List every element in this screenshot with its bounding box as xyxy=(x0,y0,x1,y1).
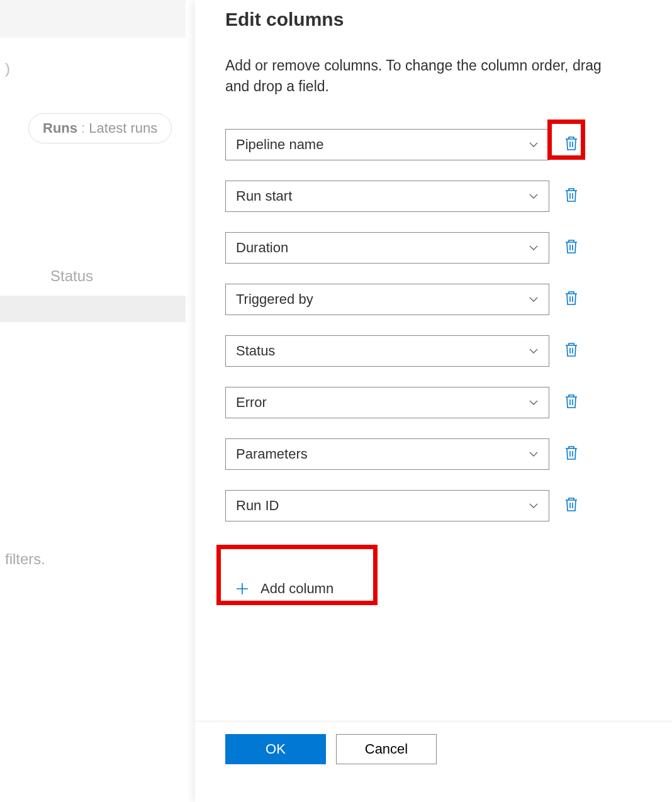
filters-text-fragment: filters. xyxy=(5,550,45,568)
delete-column-button[interactable] xyxy=(562,393,581,412)
background-top-strip xyxy=(0,0,186,38)
column-select-duration[interactable]: Duration xyxy=(225,232,549,264)
edit-columns-panel: Edit columns Add or remove columns. To c… xyxy=(195,0,672,802)
column-select-label: Duration xyxy=(236,240,288,256)
column-row: Run ID xyxy=(225,490,647,521)
column-select-label: Triggered by xyxy=(236,291,313,308)
column-select-parameters[interactable]: Parameters xyxy=(225,438,549,470)
trash-icon xyxy=(564,393,579,411)
panel-description: Add or remove columns. To change the col… xyxy=(225,55,647,97)
ok-button[interactable]: OK xyxy=(225,734,326,764)
runs-filter-pill: Runs : Latest runs xyxy=(28,113,172,143)
cancel-button[interactable]: Cancel xyxy=(336,734,437,764)
column-select-pipeline-name[interactable]: Pipeline name xyxy=(225,129,549,160)
chevron-down-icon xyxy=(529,449,539,459)
runs-filter-label: Runs xyxy=(43,120,77,136)
chevron-down-icon xyxy=(529,243,539,253)
background-paren: ) xyxy=(5,60,10,77)
delete-column-button[interactable] xyxy=(562,342,581,360)
delete-column-button[interactable] xyxy=(562,187,581,206)
trash-icon xyxy=(564,342,579,360)
delete-column-button[interactable] xyxy=(562,290,581,309)
delete-column-button[interactable] xyxy=(562,238,581,257)
column-row: Duration xyxy=(225,232,647,264)
column-select-triggered-by[interactable]: Triggered by xyxy=(225,284,549,315)
chevron-down-icon xyxy=(529,501,539,511)
column-select-label: Run start xyxy=(236,188,292,204)
trash-icon xyxy=(564,135,579,153)
trash-icon xyxy=(564,187,579,205)
column-row: Status xyxy=(225,335,647,367)
chevron-down-icon xyxy=(529,140,539,150)
column-select-label: Parameters xyxy=(236,446,308,462)
column-row: Error xyxy=(225,387,647,418)
plus-icon xyxy=(235,582,249,596)
trash-icon xyxy=(564,290,579,308)
panel-footer: OK Cancel xyxy=(195,721,672,764)
chevron-down-icon xyxy=(529,191,539,201)
delete-column-button[interactable] xyxy=(562,496,581,515)
column-select-run-id[interactable]: Run ID xyxy=(225,490,549,521)
column-select-label: Status xyxy=(236,343,275,359)
column-row: Run start xyxy=(225,181,647,212)
column-row: Pipeline name xyxy=(225,129,647,160)
trash-icon xyxy=(564,445,579,463)
column-row: Parameters xyxy=(225,438,647,470)
column-select-status[interactable]: Status xyxy=(225,335,549,367)
trash-icon xyxy=(564,496,579,515)
column-select-run-start[interactable]: Run start xyxy=(225,181,549,212)
panel-title: Edit columns xyxy=(225,9,647,30)
chevron-down-icon xyxy=(529,294,539,304)
delete-column-button[interactable] xyxy=(562,445,581,464)
column-select-label: Run ID xyxy=(236,498,279,514)
runs-filter-value: Latest runs xyxy=(89,120,157,136)
add-column-button[interactable]: Add column xyxy=(225,573,344,604)
column-select-error[interactable]: Error xyxy=(225,387,549,418)
chevron-down-icon xyxy=(529,346,539,356)
background-row-highlight xyxy=(0,296,186,322)
column-row: Triggered by xyxy=(225,284,647,315)
trash-icon xyxy=(564,238,579,257)
delete-column-button[interactable] xyxy=(562,135,581,154)
column-select-label: Pipeline name xyxy=(236,136,323,153)
status-column-header: Status xyxy=(50,267,93,285)
column-select-label: Error xyxy=(236,394,267,411)
chevron-down-icon xyxy=(529,398,539,408)
add-column-label: Add column xyxy=(260,581,333,597)
background-dimmed-area: ) Runs : Latest runs Status filters. xyxy=(0,0,195,802)
